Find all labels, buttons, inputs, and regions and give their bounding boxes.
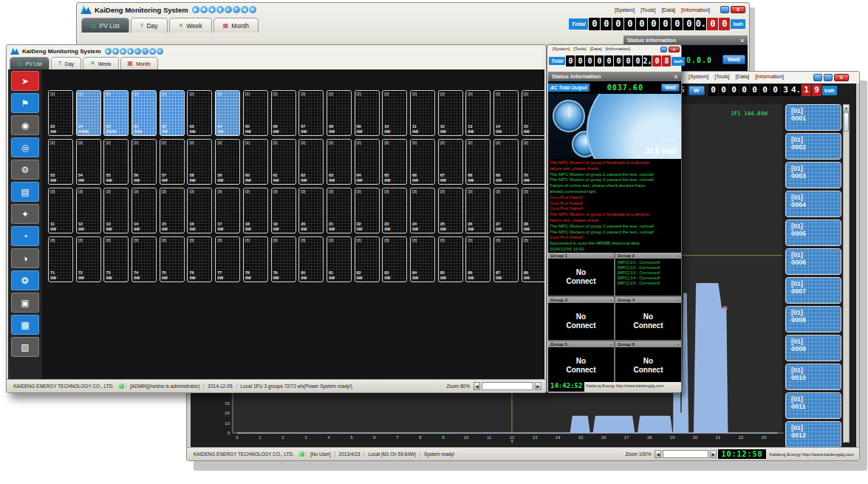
watt-unit-button[interactable]: Watt: [661, 83, 680, 92]
pv-panel-[2]-07[interactable]: [2]070W: [298, 90, 324, 136]
inverter-tile-0012[interactable]: [01]0012: [785, 421, 841, 448]
pv-panel-[2]-11[interactable]: [2]110W: [410, 90, 435, 136]
pv-panel-[3]-76[interactable]: [3]760W: [187, 236, 212, 282]
pv-panel-[3]-88[interactable]: [3]880W: [522, 236, 544, 282]
zoom-right-arrow[interactable]: ▶: [535, 382, 541, 390]
close-icon[interactable]: x: [741, 37, 744, 44]
pv-panel-[2]-14[interactable]: [2]140W: [493, 90, 519, 136]
inverter-tile-0009[interactable]: [01]0009: [785, 335, 841, 361]
menu-item-4[interactable]: [Information]: [681, 7, 710, 13]
close-button[interactable]: x: [669, 47, 680, 52]
inverter-tile-0001[interactable]: [01]0001: [785, 104, 841, 131]
scrollbar-thumb[interactable]: [844, 112, 849, 132]
gear-icon[interactable]: ✚: [200, 6, 208, 13]
inverter-tile-0002[interactable]: [01]0002: [785, 133, 841, 160]
panel-icon[interactable]: ▮: [127, 48, 134, 55]
play-icon[interactable]: ▶: [105, 48, 112, 55]
lock-icon[interactable]: ◆: [208, 6, 216, 13]
pv-panel-[2]-10[interactable]: [2]100W: [382, 90, 407, 136]
pv-panel-[2]-05[interactable]: [2]050W: [243, 90, 268, 136]
menu-item-3[interactable]: [Data]: [661, 7, 675, 13]
zoom-left-arrow[interactable]: ◀: [655, 450, 661, 458]
collapse-icon[interactable]: -: [677, 298, 679, 302]
pv-panel-[3]-15[interactable]: [3]150W: [160, 188, 185, 234]
play-icon[interactable]: ▶: [192, 6, 199, 13]
camera-icon[interactable]: ▣: [11, 293, 39, 313]
pv-panel-[3]-75[interactable]: [3]750W: [160, 236, 185, 282]
inverter-tile-0003[interactable]: [01]0003: [785, 162, 841, 188]
lock-icon[interactable]: ◆: [120, 48, 126, 55]
pv-panel-[2]-63[interactable]: [2]630W: [327, 139, 352, 185]
pv-panel-[2]-56[interactable]: [2]560W: [131, 139, 157, 185]
collapse-icon[interactable]: -: [677, 253, 679, 258]
pv-panel-[3]-13[interactable]: [3]130W: [103, 188, 129, 234]
vendor-site-link[interactable]: Kaideng Energy http://www.kaidengdg.com: [584, 382, 681, 392]
pv-panel-[2]-66[interactable]: [2]660W: [410, 139, 435, 185]
pv-panel-[2]-15[interactable]: [2]150W: [522, 90, 544, 136]
pv-panel-[3]-84[interactable]: [3]840W: [410, 236, 435, 282]
pv-panel-[3]-16[interactable]: [3]160W: [187, 188, 212, 234]
pv-panel-[3]-72[interactable]: [3]720W: [76, 236, 101, 282]
menu-item-4[interactable]: [Information]: [606, 47, 630, 51]
menu-item-3[interactable]: [Data]: [590, 47, 602, 51]
pv-panel-[3]-26[interactable]: [3]260W: [465, 188, 491, 234]
menu-item-1[interactable]: [System]: [553, 47, 570, 51]
pv-panel-[3]-20[interactable]: [3]200W: [298, 188, 324, 234]
power-icon[interactable]: ◉: [11, 115, 39, 135]
pv-panel-[3]-73[interactable]: [3]730W: [103, 236, 129, 282]
zoom-left-arrow[interactable]: ◀: [474, 382, 480, 390]
pv-panel-[3]-79[interactable]: [3]790W: [271, 236, 296, 282]
back-icon[interactable]: ◀: [149, 48, 156, 55]
tab-pv-list[interactable]: ▤PV List: [81, 18, 129, 33]
tab-day[interactable]: TDay: [131, 18, 168, 33]
tab-pv-list[interactable]: ▤PV List: [10, 57, 49, 69]
pv-panel-[3]-74[interactable]: [3]740W: [131, 236, 157, 282]
block-icon[interactable]: ⊘: [249, 6, 256, 13]
pv-panel-[2]-02[interactable]: [2]027W: [160, 90, 185, 136]
group-cell-group-3[interactable]: Group 3-No Connect: [548, 297, 614, 340]
group-cell-group-2[interactable]: Group 2-[MPC] 1/1 - Connected![MPC] 1/2 …: [615, 253, 681, 296]
inverter-tile-0010[interactable]: [01]0010: [785, 364, 841, 390]
inverter-tile-0007[interactable]: [01]0007: [785, 277, 841, 304]
pv-panel-[2]-03[interactable]: [2]030W: [187, 90, 212, 136]
save-icon[interactable]: ▦: [11, 315, 39, 335]
inverter-tile-0005[interactable]: [01]0005: [785, 219, 841, 246]
tab-month[interactable]: ▦Month: [213, 18, 259, 33]
pv-panel-[3]-23[interactable]: [3]230W: [382, 188, 407, 234]
pv-panel-[3]-77[interactable]: [3]770W: [215, 236, 240, 282]
close-button[interactable]: x: [834, 74, 849, 81]
pv-panel-[1]-25[interactable]: [1]25252W: [103, 90, 129, 136]
vendor-site-link[interactable]: Kaideng Energy http://www.kaidengdg.com: [768, 452, 856, 457]
tab-week[interactable]: ✕Week: [83, 57, 118, 69]
collapse-icon[interactable]: -: [610, 298, 612, 302]
pv-panel-[3]-80[interactable]: [3]800W: [298, 236, 324, 282]
e-icon[interactable]: e: [134, 48, 141, 55]
menu-item-2[interactable]: [Tools]: [714, 74, 729, 79]
inverter-tile-0008[interactable]: [01]0008: [785, 306, 841, 333]
pv-panel-[2]-65[interactable]: [2]650W: [382, 139, 407, 185]
shield-icon[interactable]: ✦: [11, 204, 39, 224]
menu-item-1[interactable]: [System]: [688, 74, 708, 79]
pv-panel-[3]-28[interactable]: [3]280W: [522, 188, 544, 234]
panel-icon[interactable]: ▮: [216, 6, 224, 13]
pv-panel-[3]-22[interactable]: [3]220W: [355, 188, 380, 234]
pv-panel-[3]-71[interactable]: [3]710W: [48, 236, 73, 282]
pv-panel-[2]-09[interactable]: [2]090W: [355, 90, 380, 136]
pv-panel-[2]-62[interactable]: [2]620W: [298, 139, 324, 185]
group-cell-group-1[interactable]: Group 1-No Connect: [548, 253, 614, 296]
pv-panel-[2]-67[interactable]: [2]670W: [438, 139, 463, 185]
pv-panel-[2]-13[interactable]: [2]130W: [465, 90, 491, 136]
minimize-button[interactable]: [813, 74, 822, 81]
pv-panel-[3]-14[interactable]: [3]140W: [131, 188, 157, 234]
pv-panel-[3]-86[interactable]: [3]860W: [465, 236, 491, 282]
event-log[interactable]: The MPC Modem of group 1 feedback of col…: [548, 159, 681, 253]
pv-panel-[1]-24[interactable]: [1]24546W: [76, 90, 101, 136]
zoom-slider-track[interactable]: [663, 450, 708, 458]
zoom-slider-track[interactable]: [482, 382, 533, 390]
group-cell-group-6[interactable]: Group 6-No Connect: [615, 341, 681, 384]
minimize-button[interactable]: [660, 47, 667, 52]
disk-icon[interactable]: ▧: [11, 337, 39, 357]
pv-panel-[2]-69[interactable]: [2]690W: [493, 139, 519, 185]
pv-panel-[3]-12[interactable]: [3]120W: [76, 188, 101, 234]
pv-panel-[3]-78[interactable]: [3]780W: [243, 236, 268, 282]
